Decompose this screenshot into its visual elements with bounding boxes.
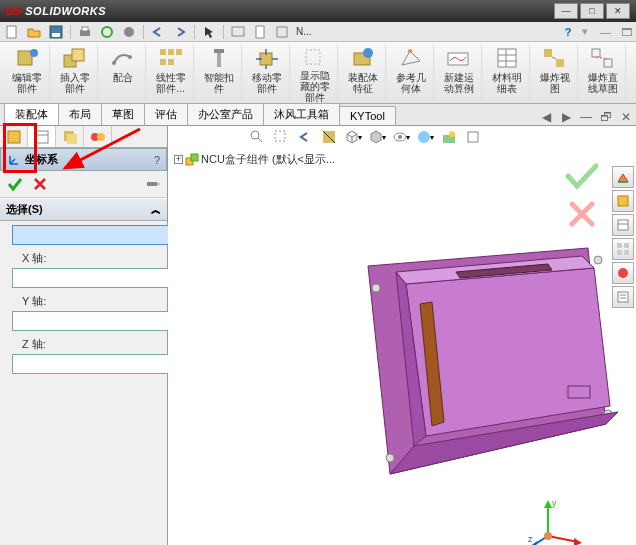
rebuild-icon[interactable] <box>99 24 115 40</box>
flyout-tree-root[interactable]: + NCU盒子组件 (默认<显示... <box>174 152 335 167</box>
tab-assembly[interactable]: 装配体 <box>4 103 59 125</box>
smart-fastener-button[interactable]: 智能扣件 <box>196 44 242 101</box>
hide-show-icon[interactable]: ▾ <box>392 128 410 146</box>
tab-evaluate[interactable]: 评估 <box>144 103 188 125</box>
fm-tab-feature-tree[interactable] <box>0 126 28 147</box>
tab-layout[interactable]: 布局 <box>58 103 102 125</box>
svg-rect-65 <box>618 220 628 230</box>
screen-icon[interactable] <box>230 24 246 40</box>
view-settings-icon[interactable] <box>464 128 482 146</box>
collapse-icon[interactable]: ︽ <box>151 203 161 217</box>
display-style-icon[interactable]: ▾ <box>368 128 386 146</box>
minimize-button[interactable]: — <box>554 3 578 19</box>
scene-icon[interactable]: ▾ <box>416 128 434 146</box>
confirm-cancel-icon[interactable] <box>568 200 596 228</box>
bom-button[interactable]: 材料明细表 <box>484 44 530 101</box>
workspace: 坐标系 ? 选择(S) ︽ <box>0 126 636 545</box>
undo-icon[interactable] <box>150 24 166 40</box>
redo-icon[interactable] <box>172 24 188 40</box>
tab-mufeng[interactable]: 沐风工具箱 <box>263 103 340 125</box>
view-orient-icon[interactable]: ▾ <box>344 128 362 146</box>
cancel-button[interactable] <box>32 176 48 192</box>
save-icon[interactable] <box>48 24 64 40</box>
insert-component-button[interactable]: 插入零部件 <box>52 44 98 101</box>
svg-rect-53 <box>275 131 285 141</box>
box-icon[interactable] <box>274 24 290 40</box>
fm-tab-dimxpert[interactable] <box>84 126 112 147</box>
tab-sketch[interactable]: 草图 <box>101 103 145 125</box>
explode-line-button[interactable]: 爆炸直线草图 <box>580 44 626 101</box>
select-icon[interactable] <box>201 24 217 40</box>
svg-line-35 <box>552 57 556 59</box>
mate-button[interactable]: 配合 <box>100 44 146 101</box>
fm-tab-config-mgr[interactable] <box>56 126 84 147</box>
close-button[interactable]: ✕ <box>606 3 630 19</box>
apply-scene-icon[interactable] <box>440 128 458 146</box>
svg-rect-34 <box>556 59 564 67</box>
svg-rect-46 <box>147 182 157 186</box>
svg-rect-24 <box>306 50 320 64</box>
pushpin-icon[interactable] <box>145 177 161 191</box>
taskpane-resources-icon[interactable] <box>612 166 634 188</box>
origin-input[interactable] <box>12 225 183 245</box>
quick-access-toolbar: N... ? ▾ — 🗖 <box>0 22 636 42</box>
selection-panel-header[interactable]: 选择(S) ︽ <box>0 198 167 221</box>
section-view-icon[interactable] <box>320 128 338 146</box>
svg-point-51 <box>251 131 259 139</box>
y-axis-input[interactable] <box>12 311 183 331</box>
svg-rect-13 <box>72 49 84 61</box>
expand-icon[interactable]: + <box>174 155 183 164</box>
svg-rect-29 <box>498 49 516 67</box>
tab-office[interactable]: 办公室产品 <box>187 103 264 125</box>
zoom-fit-icon[interactable] <box>248 128 266 146</box>
tab-restore-icon[interactable]: 🗗 <box>598 109 614 125</box>
svg-rect-60 <box>468 132 478 142</box>
linear-pattern-button[interactable]: 线性零部件... <box>148 44 194 101</box>
fm-tab-property-mgr[interactable] <box>28 126 56 147</box>
x-axis-input[interactable] <box>12 268 183 288</box>
title-bar: DS SOLIDWORKS — □ ✕ <box>0 0 636 22</box>
tab-close-icon[interactable]: ✕ <box>618 109 634 125</box>
options-icon[interactable] <box>121 24 137 40</box>
selection-panel-title: 选择(S) <box>6 202 43 217</box>
edit-component-button[interactable]: 编辑零部件 <box>4 44 50 101</box>
zoom-area-icon[interactable] <box>272 128 290 146</box>
help-icon[interactable]: ? <box>560 24 576 40</box>
coord-sys-icon <box>7 153 21 167</box>
svg-point-6 <box>124 27 134 37</box>
y-axis-label: Y 轴: <box>22 294 159 309</box>
doc-icon[interactable] <box>252 24 268 40</box>
ref-geometry-button[interactable]: 参考几何体 <box>388 44 434 101</box>
feature-manager-panel: 坐标系 ? 选择(S) ︽ <box>0 126 168 545</box>
taskpane-file-explorer-icon[interactable] <box>612 214 634 236</box>
motion-study-button[interactable]: 新建运动算例 <box>436 44 482 101</box>
svg-point-57 <box>418 131 430 143</box>
show-hidden-button[interactable]: 显示隐藏的零部件 <box>292 44 338 101</box>
tab-kytool[interactable]: KYTool <box>339 106 396 125</box>
maximize-button[interactable]: □ <box>580 3 604 19</box>
svg-rect-0 <box>7 26 16 38</box>
svg-point-77 <box>386 454 394 462</box>
svg-point-56 <box>398 135 402 139</box>
x-axis-label: X 轴: <box>22 251 159 266</box>
new-dropdown-label[interactable]: N... <box>296 26 312 37</box>
tab-min-icon[interactable]: — <box>578 109 594 125</box>
print-icon[interactable] <box>77 24 93 40</box>
confirm-ok-icon[interactable] <box>564 162 600 190</box>
taskpane-design-lib-icon[interactable] <box>612 190 634 212</box>
open-icon[interactable] <box>26 24 42 40</box>
explode-view-button[interactable]: 爆炸视图 <box>532 44 578 101</box>
tab-prev-icon[interactable]: ◀ <box>538 109 554 125</box>
ok-button[interactable] <box>6 175 24 193</box>
assembly-feature-button[interactable]: 装配体特征 <box>340 44 386 101</box>
graphics-viewport[interactable]: ▾ ▾ ▾ ▾ + NCU盒子组件 (默认<显示... <box>168 126 636 545</box>
prev-view-icon[interactable] <box>296 128 314 146</box>
tab-next-icon[interactable]: ▶ <box>558 109 574 125</box>
svg-rect-4 <box>82 27 88 31</box>
move-component-button[interactable]: 移动零部件 <box>244 44 290 101</box>
tree-root-label: NCU盒子组件 (默认<显示... <box>201 152 335 167</box>
help-link[interactable]: ? <box>154 154 160 166</box>
command-tab-bar: 装配体 布局 草图 评估 办公室产品 沐风工具箱 KYTool ◀ ▶ — 🗗 … <box>0 104 636 126</box>
z-axis-input[interactable] <box>12 354 183 374</box>
new-doc-icon[interactable] <box>4 24 20 40</box>
